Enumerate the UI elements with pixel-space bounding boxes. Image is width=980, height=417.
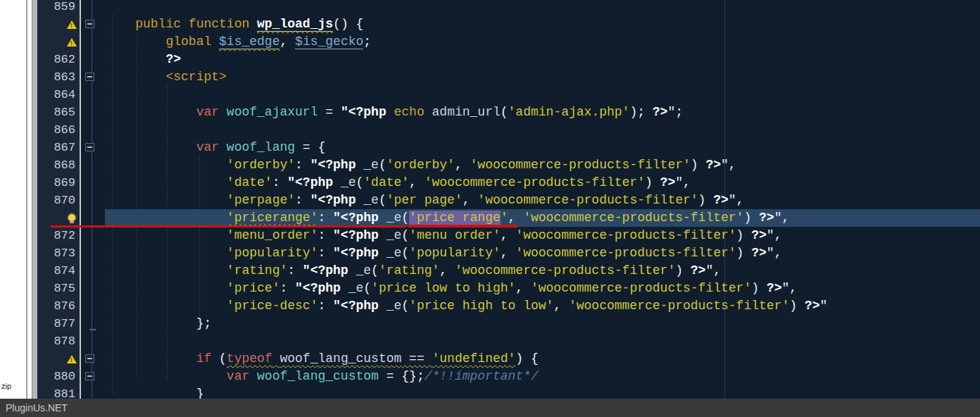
code-line[interactable]: public function wp_load_js() { (105, 15, 980, 33)
gutter-line-number[interactable]: 865 (37, 104, 80, 121)
code-line-row[interactable]: 880 var woof_lang_custom = {};/*!!import… (37, 368, 980, 385)
fold-collapse-icon[interactable] (85, 143, 94, 151)
code-token: ?> (653, 105, 668, 119)
code-line-row[interactable]: 873 'popularity': "<?php _e('popularity'… (37, 244, 980, 262)
code-line[interactable]: var woof_ajaxurl = "<?php echo admin_url… (105, 104, 980, 121)
gutter-line-number[interactable]: 878 (37, 332, 80, 350)
gutter-line-number[interactable]: 859 (37, 0, 80, 15)
code-line-row[interactable]: 872 'menu_order': "<?php _e('menu order'… (37, 227, 980, 244)
code-token: , (501, 228, 516, 242)
gutter-line-number[interactable]: 876 (37, 297, 80, 315)
desktop-divider-line (26, 0, 27, 399)
code-token: wp_load_js (257, 17, 333, 32)
code-token: 'price-desc' (227, 299, 318, 313)
warning-icon[interactable] (67, 355, 77, 363)
gutter-line-number[interactable]: 881 (37, 385, 80, 399)
code-line-row[interactable]: 868 'orderby': "<?php _e('orderby', 'woo… (37, 156, 980, 174)
code-line-row[interactable]: 878 (37, 332, 980, 350)
fold-collapse-icon[interactable] (85, 73, 94, 81)
code-token: , (508, 211, 524, 225)
code-token: ) (789, 299, 805, 313)
warning-icon[interactable] (67, 20, 77, 29)
code-line-row[interactable]: 877 }; (37, 315, 980, 332)
code-line-row[interactable]: 876 'price-desc': "<?php _e('price high … (37, 297, 980, 315)
code-line[interactable]: 'popularity': "<?php _e('popularity', 'w… (105, 244, 980, 262)
warning-icon-cell[interactable] (37, 350, 80, 368)
code-line-row[interactable]: global $is_edge, $is_gecko; (37, 33, 980, 51)
code-token: if (196, 351, 212, 366)
gutter-line-number[interactable]: 870 (37, 192, 80, 209)
code-line[interactable]: 'orderby': "<?php _e('orderby', 'woocomm… (105, 156, 980, 174)
gutter-line-number[interactable]: 877 (37, 315, 80, 332)
code-token: 'woocommerce-products-filter' (477, 193, 698, 207)
code-line[interactable] (105, 86, 980, 104)
selected-text: 'price range (409, 211, 501, 225)
fold-gutter (80, 86, 105, 104)
code-line-row[interactable]: 864 (37, 86, 980, 104)
code-line[interactable]: var woof_lang = { (105, 139, 980, 156)
code-line[interactable]: 'pricerange': "<?php _e('price range', '… (105, 209, 980, 227)
gutter-line-number[interactable]: 880 (37, 368, 80, 385)
code-token: $is_edge (219, 35, 279, 49)
code-line-row[interactable]: 881 } (37, 385, 980, 399)
gutter-line-number[interactable]: 869 (37, 174, 80, 192)
lightbulb-icon[interactable] (68, 214, 75, 221)
gutter-line-number[interactable]: 867 (37, 139, 80, 156)
fold-collapse-icon[interactable] (85, 354, 94, 363)
code-line-row[interactable]: 866 (37, 121, 980, 139)
code-line-row[interactable]: 870 'perpage': "<?php _e('per page', 'wo… (37, 192, 980, 209)
fold-collapse-icon[interactable] (85, 372, 94, 380)
code-line-row[interactable]: 867 var woof_lang = { (37, 139, 980, 156)
gutter-line-number[interactable]: 866 (37, 121, 80, 139)
code-line[interactable]: }; (105, 315, 980, 332)
code-line[interactable]: 'rating': "<?php _e('rating', 'woocommer… (105, 262, 980, 280)
code-line[interactable]: 'price': "<?php _e('price low to high', … (105, 280, 980, 297)
code-line-row[interactable]: 874 'rating': "<?php _e('rating', 'wooco… (37, 262, 980, 280)
code-line[interactable]: 'price-desc': "<?php _e('price high to l… (105, 297, 980, 315)
lightbulb-icon-cell[interactable] (37, 209, 80, 227)
code-line[interactable]: ?> (105, 51, 980, 68)
code-line[interactable] (105, 121, 980, 139)
code-line[interactable] (105, 0, 980, 15)
gutter-line-number[interactable]: 868 (37, 156, 80, 174)
gutter-line-number[interactable]: 874 (37, 262, 80, 280)
code-token: 'undefined' (432, 351, 516, 366)
code-line[interactable]: global $is_edge, $is_gecko; (105, 33, 980, 51)
code-line[interactable]: var woof_lang_custom = {};/*!!important*… (105, 368, 980, 385)
gutter-line-number[interactable]: 862 (37, 51, 80, 68)
code-token: _e (341, 175, 356, 189)
code-token: "; (667, 105, 683, 119)
gutter-line-number[interactable]: 875 (37, 280, 80, 297)
code-token: , (409, 175, 425, 189)
code-token: _e (387, 299, 402, 313)
code-token (379, 228, 387, 242)
gutter-line-number[interactable]: 873 (37, 244, 80, 262)
code-editor[interactable]: 859 public function wp_load_js() { globa… (37, 0, 980, 399)
code-line[interactable]: <script> (105, 68, 980, 86)
fold-collapse-icon[interactable] (85, 20, 94, 28)
code-line-row[interactable]: 863 <script> (37, 68, 980, 86)
code-token: typeof (227, 351, 272, 366)
code-token: ", (721, 158, 736, 172)
warning-icon[interactable] (67, 38, 77, 46)
code-line[interactable]: if (typeof woof_lang_custom == 'undefine… (105, 350, 980, 368)
code-line-row[interactable]: if (typeof woof_lang_custom == 'undefine… (37, 350, 980, 368)
code-line-row[interactable]: 875 'price': "<?php _e('price low to hig… (37, 280, 980, 297)
code-line-row[interactable]: 869 'date': "<?php _e('date', 'woocommer… (37, 174, 980, 192)
code-line[interactable]: 'date': "<?php _e('date', 'woocommerce-p… (105, 174, 980, 192)
code-token: , (439, 263, 455, 278)
code-token: ) (736, 246, 752, 260)
code-line[interactable]: } (105, 385, 980, 399)
code-line[interactable] (105, 332, 980, 350)
code-line-row[interactable]: public function wp_load_js() { (37, 15, 980, 33)
code-line-row[interactable]: 865 var woof_ajaxurl = "<?php echo admin… (37, 104, 980, 121)
warning-icon-cell[interactable] (37, 33, 80, 51)
warning-icon-cell[interactable] (37, 15, 80, 33)
gutter-line-number[interactable]: 872 (37, 227, 80, 244)
code-line-row[interactable]: 859 (37, 0, 980, 15)
gutter-line-number[interactable]: 863 (37, 68, 80, 86)
code-line[interactable]: 'perpage': "<?php _e('per page', 'woocom… (105, 192, 980, 209)
code-line-row[interactable]: 862 ?> (37, 51, 980, 68)
code-line[interactable]: 'menu_order': "<?php _e('menu order', 'w… (105, 227, 980, 244)
gutter-line-number[interactable]: 864 (37, 86, 80, 104)
